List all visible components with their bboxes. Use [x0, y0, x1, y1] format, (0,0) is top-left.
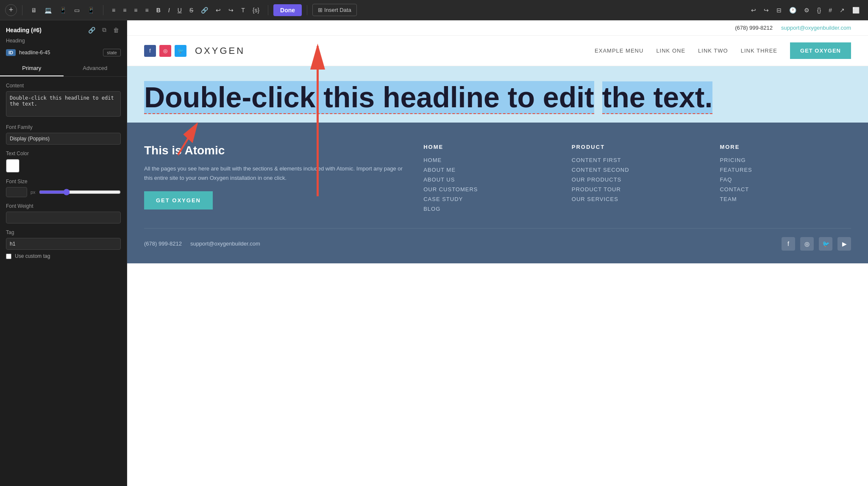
footer-home-link-2[interactable]: ABOUT ME	[423, 167, 555, 173]
link-icon[interactable]: 🔗	[86, 25, 97, 35]
twitter-nav-icon[interactable]: 🐦	[175, 45, 186, 57]
expand-button[interactable]: ⬜	[849, 4, 863, 16]
canvas-area: (678) 999-8212 support@oxygenbuilder.com…	[127, 20, 868, 486]
footer-col-home-title: HOME	[423, 144, 555, 150]
font-size-slider[interactable]	[39, 189, 121, 196]
tab-advanced[interactable]: Advanced	[64, 61, 127, 76]
insert-data-button[interactable]: ⊞ Insert Data	[312, 4, 357, 16]
footer-youtube-icon[interactable]: ▶	[837, 237, 851, 251]
text-color-label: Text Color	[6, 151, 121, 156]
export-button[interactable]: ↗	[836, 4, 848, 16]
undo-right-button[interactable]: ↩	[748, 4, 760, 16]
panel-header-icons: 🔗 ⧉ 🗑	[86, 25, 121, 35]
facebook-nav-icon[interactable]: f	[144, 45, 156, 57]
settings-button[interactable]: ⚙	[801, 4, 813, 16]
nav-link-1[interactable]: EXAMPLE MENU	[595, 47, 643, 54]
footer-more-link-4[interactable]: CONTACT	[720, 186, 851, 193]
footer-home-link-4[interactable]: OUR CUSTOMERS	[423, 186, 555, 193]
clock-button[interactable]: 🕐	[786, 4, 800, 16]
content-textarea[interactable]: Double-click this headline to edit the t…	[6, 91, 121, 117]
shortcode-button[interactable]: {s}	[249, 4, 263, 16]
site-topbar: (678) 999-8212 support@oxygenbuilder.com	[127, 20, 868, 36]
link-button[interactable]: 🔗	[198, 4, 211, 16]
font-family-label: Font Family	[6, 124, 121, 130]
done-button[interactable]: Done	[273, 4, 302, 16]
tag-select[interactable]: h1	[6, 238, 121, 250]
footer-product-link-2[interactable]: CONTENT SECOND	[572, 167, 703, 173]
footer-product-link-4[interactable]: PRODUCT TOUR	[572, 186, 703, 193]
site-nav: f ◎ 🐦 OXYGEN EXAMPLE MENU LINK ONE LINK …	[127, 36, 868, 66]
italic-button[interactable]: I	[165, 4, 173, 16]
px-label: px	[31, 190, 36, 195]
panel-subtitle: Heading	[0, 38, 127, 47]
grid-button[interactable]: #	[825, 4, 835, 16]
undo-button[interactable]: ↩	[212, 4, 224, 16]
site-hero: Double-click this headline to edit the t…	[127, 66, 868, 123]
topbar-phone: (678) 999-8212	[735, 25, 773, 31]
hero-heading[interactable]: Double-click this headline to edit the t…	[144, 79, 851, 114]
desktop-view-button[interactable]: 🖥	[28, 4, 40, 16]
footer-more-link-2[interactable]: FEATURES	[720, 167, 851, 173]
insert-data-label: Insert Data	[324, 7, 351, 13]
footer-cta-button[interactable]: GET OXYGEN	[144, 191, 213, 209]
footer-product-link-1[interactable]: CONTENT FIRST	[572, 157, 703, 163]
state-button[interactable]: state	[103, 49, 121, 56]
footer-home-link-5[interactable]: CASE STUDY	[423, 196, 555, 202]
site-logo: OXYGEN	[195, 45, 245, 56]
footer-home-link-6[interactable]: BLOG	[423, 206, 555, 212]
structure-button[interactable]: ⊟	[773, 4, 785, 16]
content-label: Content	[6, 83, 121, 89]
nav-social: f ◎ 🐦	[144, 45, 186, 57]
footer-home-col: HOME HOME ABOUT ME ABOUT US OUR CUSTOMER…	[423, 144, 555, 215]
redo-right-button[interactable]: ↪	[760, 4, 772, 16]
footer-facebook-icon[interactable]: f	[782, 237, 795, 251]
add-element-button[interactable]: +	[5, 4, 17, 16]
footer-more-col: MORE PRICING FEATURES FAQ CONTACT TEAM	[720, 144, 851, 215]
left-panel: Heading (#6) 🔗 ⧉ 🗑 Heading ID headline-6…	[0, 20, 127, 486]
footer-more-link-1[interactable]: PRICING	[720, 157, 851, 163]
footer-more-link-5[interactable]: TEAM	[720, 196, 851, 202]
topbar-email: support@oxygenbuilder.com	[781, 25, 851, 31]
nav-cta-button[interactable]: GET OXYGEN	[790, 42, 851, 59]
footer-home-link-3[interactable]: ABOUT US	[423, 176, 555, 183]
font-size-input[interactable]	[6, 187, 27, 197]
tablet-view-button[interactable]: 📱	[56, 4, 70, 16]
nav-link-3[interactable]: LINK TWO	[698, 47, 728, 54]
tablet-landscape-button[interactable]: ▭	[71, 4, 83, 16]
footer-product-link-5[interactable]: OUR SERVICES	[572, 196, 703, 202]
delete-icon[interactable]: 🗑	[111, 25, 121, 35]
laptop-view-button[interactable]: 💻	[41, 4, 55, 16]
align-left-button[interactable]: ≡	[108, 4, 119, 16]
mobile-view-button[interactable]: 📱	[84, 4, 98, 16]
footer-brand-desc: All the pages you see here are built wit…	[144, 164, 406, 183]
footer-instagram-icon[interactable]: ◎	[800, 237, 814, 251]
code-button[interactable]: {}	[814, 4, 824, 16]
bold-button[interactable]: B	[153, 4, 164, 16]
align-justify-button[interactable]: ≡	[142, 4, 152, 16]
instagram-nav-icon[interactable]: ◎	[159, 45, 171, 57]
redo-button[interactable]: ↪	[225, 4, 237, 16]
font-weight-select[interactable]	[6, 212, 121, 223]
custom-tag-checkbox[interactable]	[6, 254, 11, 259]
text-color-swatch[interactable]	[6, 159, 19, 173]
underline-button[interactable]: U	[174, 4, 185, 16]
footer-product-link-3[interactable]: OUR PRODUCTS	[572, 176, 703, 183]
footer-home-link-1[interactable]: HOME	[423, 157, 555, 163]
font-size-label: Font Size	[6, 179, 121, 184]
footer-more-link-3[interactable]: FAQ	[720, 176, 851, 183]
nav-link-2[interactable]: LINK ONE	[656, 47, 685, 54]
nav-links: EXAMPLE MENU LINK ONE LINK TWO LINK THRE…	[595, 42, 851, 59]
id-value: headline-6-45	[19, 50, 100, 56]
footer-bottom-email: support@oxygenbuilder.com	[190, 240, 260, 247]
align-center-button[interactable]: ≡	[120, 4, 130, 16]
tab-primary[interactable]: Primary	[0, 61, 64, 76]
text-type-button[interactable]: T	[238, 4, 248, 16]
strikethrough-button[interactable]: S	[186, 4, 197, 16]
nav-link-4[interactable]: LINK THREE	[741, 47, 777, 54]
footer-twitter-icon[interactable]: 🐦	[819, 237, 832, 251]
copy-icon[interactable]: ⧉	[100, 25, 108, 35]
font-family-select[interactable]: Display (Poppins)	[6, 133, 121, 145]
align-right-button[interactable]: ≡	[131, 4, 141, 16]
site-footer: This is Atomic All the pages you see her…	[127, 123, 868, 263]
footer-bottom-contact: (678) 999-8212 support@oxygenbuilder.com	[144, 240, 260, 247]
